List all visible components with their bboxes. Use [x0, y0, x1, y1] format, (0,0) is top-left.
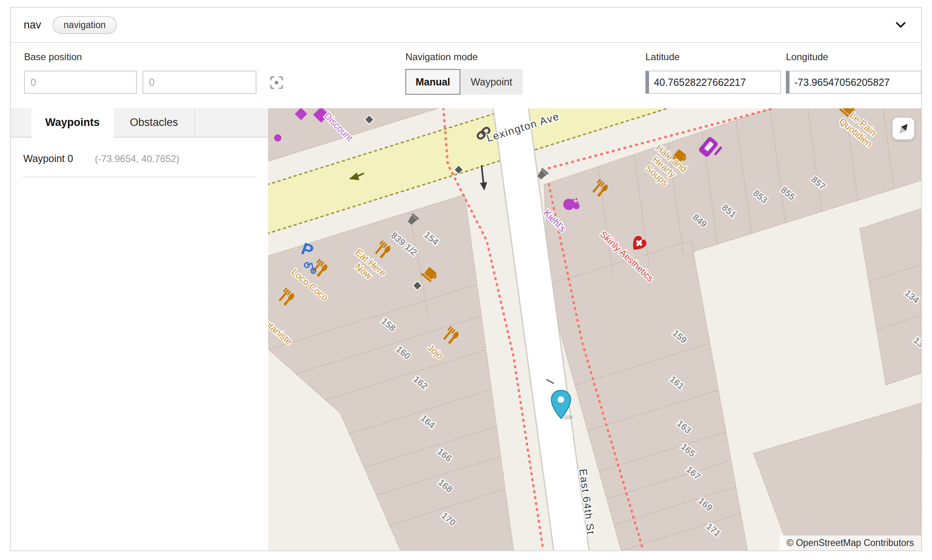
map-tiles: P Lexington Ave East 64th St 839 1/2 154…	[268, 108, 921, 550]
widget-type-badge: navigation	[53, 16, 117, 34]
navigation-mode-toggle: Manual Waypoint	[405, 69, 523, 95]
widget-title: nav	[24, 19, 41, 31]
mode-waypoint-button[interactable]: Waypoint	[460, 69, 523, 95]
tab-obstacles[interactable]: Obstacles	[114, 108, 195, 137]
tab-spacer	[11, 108, 31, 137]
base-position-x-input[interactable]	[24, 71, 137, 94]
map-canvas[interactable]: P Lexington Ave East 64th St 839 1/2 154…	[268, 108, 921, 550]
content-area: Waypoints Obstacles Waypoint 0 (-73.9654…	[11, 108, 921, 550]
longitude-label: Longitude	[786, 51, 828, 63]
waypoint-list-item[interactable]: Waypoint 0 (-73.9654, 40.7652)	[23, 146, 257, 177]
tab-strip: Waypoints Obstacles	[11, 108, 268, 138]
latitude-label: Latitude	[645, 51, 680, 63]
sidebar: Waypoints Obstacles Waypoint 0 (-73.9654…	[11, 108, 268, 550]
base-position-label: Base position	[24, 51, 82, 63]
map-attribution: © OpenStreetMap Contributors	[779, 536, 921, 550]
building-block-southeast	[753, 403, 921, 550]
latitude-input[interactable]	[645, 71, 781, 94]
chevron-down-icon	[894, 18, 908, 32]
widget-header: nav navigation	[11, 8, 921, 43]
navigation-mode-label: Navigation mode	[405, 51, 478, 63]
nav-widget-panel: nav navigation Base position Navigation …	[10, 7, 922, 551]
base-position-y-input[interactable]	[142, 71, 256, 94]
mode-manual-button[interactable]: Manual	[405, 69, 460, 95]
waypoint-coordinates: (-73.9654, 40.7652)	[95, 153, 179, 164]
crosshair-icon	[270, 76, 283, 89]
longitude-input[interactable]	[786, 71, 922, 94]
tab-waypoints[interactable]: Waypoints	[31, 108, 114, 138]
compass-button[interactable]	[892, 117, 915, 140]
compass-icon	[896, 122, 911, 136]
waypoint-name: Waypoint 0	[23, 153, 73, 164]
pick-on-map-button[interactable]	[270, 76, 283, 89]
collapse-button[interactable]	[893, 17, 908, 32]
